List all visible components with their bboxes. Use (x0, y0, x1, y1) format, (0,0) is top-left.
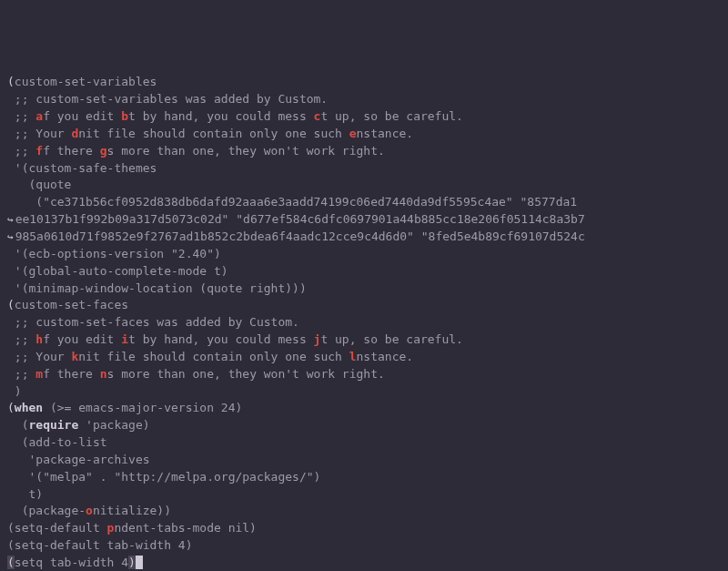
comment-line: ;; custom-set-faces was added by Custom. (7, 314, 721, 331)
code-line: (setq-default tab-width 4) (7, 537, 721, 555)
code-line: '(global-auto-complete-mode t) (7, 263, 721, 280)
ace-jump-char[interactable]: b (121, 109, 128, 123)
comment-line: ;; mf there ns more than one, they won't… (7, 366, 721, 383)
keyword: require (28, 418, 78, 432)
ace-jump-char[interactable]: m (35, 367, 43, 381)
code-line: (add-to-list (7, 434, 721, 452)
symbol: custom-set-variables (15, 75, 157, 88)
string-line-wrapped: ↪ee10137b1f992b09a317d5073c02d" "d677ef5… (7, 211, 721, 229)
code-line: (when (>= emacs-major-version 24) (7, 400, 721, 417)
ace-jump-char[interactable]: i (121, 332, 128, 346)
ace-jump-char[interactable]: o (86, 504, 93, 517)
matching-paren-open: ( (7, 556, 15, 569)
code-line: t) (7, 486, 721, 504)
string-line: ("ce371b56cf0952d838db6dafd92aaa6e3aadd7… (7, 194, 721, 211)
ace-jump-char[interactable]: h (35, 332, 43, 346)
code-line: (setq-default pndent-tabs-mode nil) (7, 520, 721, 537)
comment-line: ;; ff there gs more than one, they won't… (7, 143, 721, 160)
matching-paren-close: ) (128, 556, 136, 569)
paren-open: ( (7, 75, 15, 88)
keyword: when (15, 401, 43, 414)
code-line: (quote (7, 177, 721, 194)
symbol: custom-set-faces (15, 298, 128, 311)
ace-jump-char[interactable]: n (100, 367, 107, 381)
ace-jump-char[interactable]: l (349, 350, 357, 363)
comment-line: ;; custom-set-variables was added by Cus… (7, 91, 721, 108)
paren-open: ( (7, 298, 15, 311)
code-line: (require 'package) (7, 417, 721, 434)
comment-line: ;; hf you edit it by hand, you could mes… (7, 331, 721, 349)
ace-jump-char[interactable]: g (100, 144, 107, 158)
code-line-current: (setq tab-width 4) (7, 555, 721, 571)
comment-line: ;; af you edit bt by hand, you could mes… (7, 108, 721, 126)
emacs-code-buffer[interactable]: (custom-set-variables ;; custom-set-vari… (7, 74, 721, 571)
code-line: 'package-archives (7, 452, 721, 469)
code-line: '(custom-safe-themes (7, 160, 721, 178)
ace-jump-char[interactable]: e (349, 127, 357, 140)
code-line: ) (7, 383, 721, 401)
code-line: (package-onitialize)) (7, 503, 721, 520)
wrap-indicator-icon: ↪ (7, 230, 14, 245)
string-line-wrapped: ↪985a0610d71f9852e9f2767ad1b852c2bdea6f4… (7, 229, 721, 246)
text-cursor (136, 556, 143, 569)
string-line: '("melpa" . "http://melpa.org/packages/"… (7, 469, 721, 486)
ace-jump-char[interactable]: f (35, 144, 43, 158)
comment-line: ;; Your dnit file should contain only on… (7, 126, 721, 143)
code-line: '(minimap-window-location (quote right))… (7, 280, 721, 298)
code-line: '(ecb-options-version "2.40") (7, 246, 721, 263)
wrap-indicator-icon: ↪ (7, 213, 14, 228)
comment-line: ;; Your knit file should contain only on… (7, 349, 721, 366)
code-line: (custom-set-faces (7, 297, 721, 314)
paren-open: ( (7, 401, 15, 414)
ace-jump-char[interactable]: a (35, 109, 43, 123)
code-line: (custom-set-variables (7, 74, 721, 91)
